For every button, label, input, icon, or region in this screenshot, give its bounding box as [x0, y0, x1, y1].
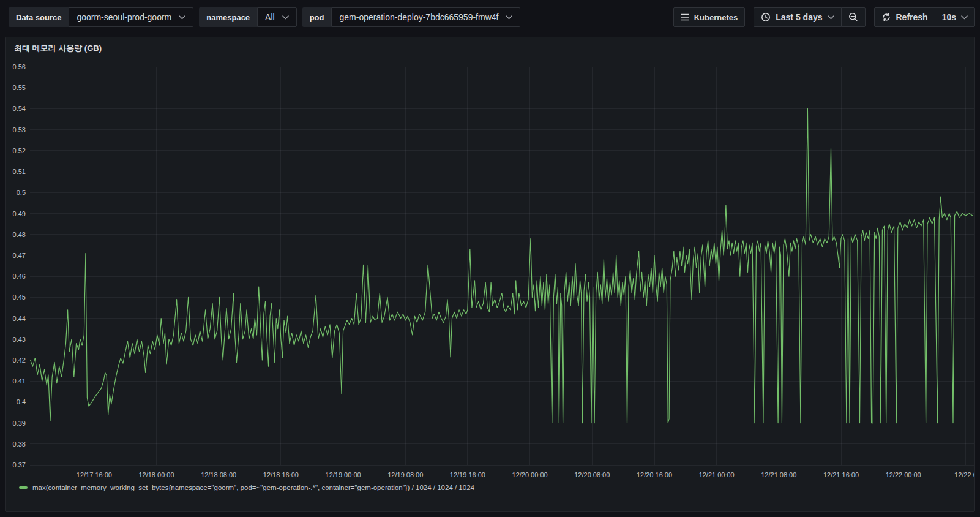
svg-text:0.4: 0.4 [17, 398, 26, 406]
namespace-value: All [265, 12, 275, 22]
svg-text:0.42: 0.42 [13, 357, 26, 364]
svg-text:12/21 16:00: 12/21 16:00 [823, 471, 859, 478]
refresh-button-label: Refresh [896, 12, 928, 22]
svg-text:12/20 00:00: 12/20 00:00 [512, 471, 548, 478]
svg-text:12/20 16:00: 12/20 16:00 [637, 471, 672, 478]
svg-text:0.41: 0.41 [13, 377, 26, 385]
svg-text:12/22 0: 12/22 0 [954, 471, 975, 478]
svg-text:0.39: 0.39 [13, 420, 26, 427]
datasource-label: Data source [9, 7, 69, 27]
svg-text:0.48: 0.48 [13, 231, 26, 238]
namespace-select[interactable]: All [257, 7, 297, 27]
svg-text:0.52: 0.52 [13, 147, 26, 154]
chevron-down-icon [961, 15, 968, 20]
refresh-group: Refresh 10s [874, 7, 976, 27]
dashboard-controls-bar: Data source goorm-seoul-prod-goorm names… [0, 0, 980, 34]
svg-text:0.51: 0.51 [13, 168, 26, 175]
svg-text:12/21 08:00: 12/21 08:00 [761, 471, 796, 478]
zoom-out-button[interactable] [841, 7, 866, 27]
namespace-label: namespace [199, 7, 257, 27]
svg-text:12/20 08:00: 12/20 08:00 [574, 471, 610, 478]
zoom-out-icon [848, 12, 858, 22]
svg-text:0.44: 0.44 [13, 315, 26, 322]
svg-text:0.37: 0.37 [13, 461, 26, 469]
legend-label[interactable]: max(container_memory_working_set_bytes{n… [32, 484, 474, 491]
svg-text:12/17 16:00: 12/17 16:00 [77, 471, 112, 478]
time-range-label: Last 5 days [776, 12, 822, 22]
memory-usage-panel: 최대 메모리 사용량 (GB) 0.560.550.540.530.520.51… [5, 37, 975, 512]
pod-label: pod [302, 7, 332, 27]
hamburger-menu-icon [681, 13, 689, 21]
chevron-down-icon [179, 15, 185, 20]
chevron-down-icon [506, 15, 512, 20]
panel-title: 최대 메모리 사용량 (GB) [14, 43, 102, 54]
var-namespace: namespace All [199, 7, 296, 27]
series-color-swatch [19, 486, 28, 489]
time-picker-group: Last 5 days [754, 7, 865, 27]
svg-text:0.45: 0.45 [13, 293, 26, 301]
svg-text:12/19 16:00: 12/19 16:00 [450, 471, 485, 478]
svg-text:0.43: 0.43 [13, 336, 26, 343]
refresh-interval-value: 10s [942, 12, 956, 22]
refresh-button[interactable]: Refresh [874, 7, 935, 27]
chevron-down-icon [828, 15, 834, 20]
kubernetes-menu-button[interactable]: Kubernetes [673, 7, 746, 27]
memory-usage-chart[interactable]: 0.560.550.540.530.520.510.50.490.480.470… [6, 37, 974, 511]
svg-text:0.53: 0.53 [13, 126, 26, 134]
svg-text:0.54: 0.54 [13, 105, 26, 112]
pod-select[interactable]: gem-operation-deploy-7bdc665959-fmw4f [331, 7, 520, 27]
pod-value: gem-operation-deploy-7bdc665959-fmw4f [339, 12, 498, 22]
svg-text:12/18 00:00: 12/18 00:00 [138, 471, 174, 478]
svg-text:12/21 00:00: 12/21 00:00 [699, 471, 735, 478]
svg-text:0.49: 0.49 [13, 210, 26, 217]
svg-text:0.38: 0.38 [13, 440, 26, 448]
svg-text:12/19 08:00: 12/19 08:00 [387, 471, 423, 478]
time-range-picker[interactable]: Last 5 days [754, 7, 841, 27]
svg-text:0.47: 0.47 [13, 252, 26, 259]
chart-svg[interactable]: 0.560.550.540.530.520.510.50.490.480.470… [6, 37, 975, 512]
legend: max(container_memory_working_set_bytes{n… [19, 484, 474, 491]
chevron-down-icon [282, 15, 289, 20]
datasource-value: goorm-seoul-prod-goorm [77, 12, 171, 22]
var-datasource: Data source goorm-seoul-prod-goorm [9, 7, 193, 27]
svg-text:0.5: 0.5 [17, 189, 26, 196]
svg-text:0.56: 0.56 [13, 63, 26, 70]
refresh-icon [881, 12, 891, 22]
datasource-select[interactable]: goorm-seoul-prod-goorm [69, 7, 193, 27]
svg-text:0.46: 0.46 [13, 273, 26, 280]
refresh-interval-select[interactable]: 10s [935, 7, 975, 27]
svg-text:12/18 08:00: 12/18 08:00 [201, 471, 236, 478]
svg-text:12/19 00:00: 12/19 00:00 [326, 471, 361, 478]
clock-icon [761, 12, 771, 22]
svg-text:12/18 16:00: 12/18 16:00 [263, 471, 299, 478]
svg-text:0.55: 0.55 [13, 84, 26, 91]
var-pod: pod gem-operation-deploy-7bdc665959-fmw4… [302, 7, 521, 27]
kubernetes-button-label: Kubernetes [694, 13, 738, 22]
svg-text:12/22 00:00: 12/22 00:00 [886, 471, 921, 478]
